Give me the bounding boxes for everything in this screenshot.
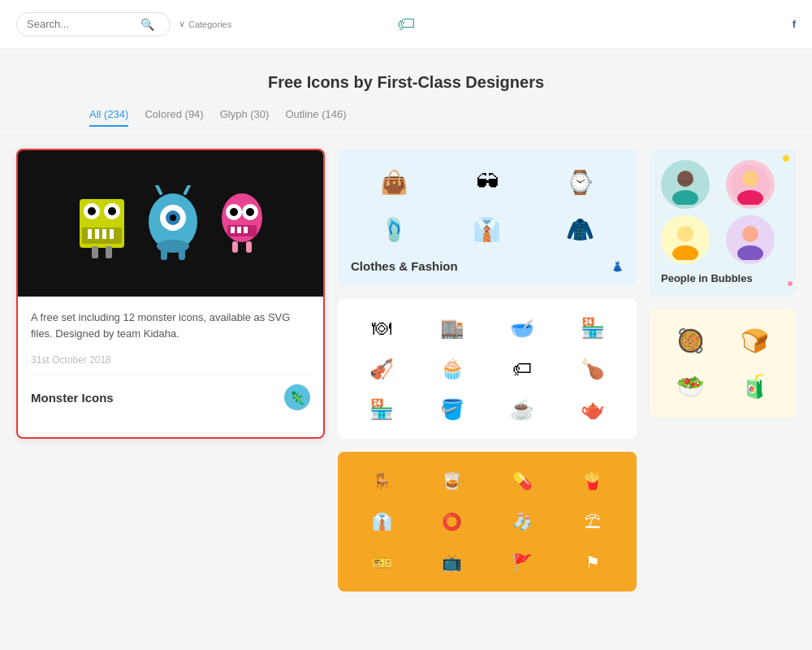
orange-item-11: ⚑ bbox=[560, 544, 626, 580]
monster-image-area bbox=[18, 150, 323, 297]
orange-item-6: 🧦 bbox=[490, 504, 555, 540]
main-grid: A free set including 12 monster icons, a… bbox=[0, 136, 812, 452]
svg-rect-11 bbox=[106, 246, 112, 258]
clothes-fashion-card[interactable]: 👜 🕶 ⌚ 🩴 👔 🧥 Clothes & Fashion 👗 bbox=[338, 149, 637, 286]
orange-item-4: 👔 bbox=[349, 504, 415, 540]
svg-point-39 bbox=[677, 226, 693, 242]
people-in-bubbles-card[interactable]: People in Bubbles bbox=[650, 149, 796, 296]
food-item-8: 🏪 bbox=[349, 392, 415, 427]
categories-button[interactable]: ∨ Categories bbox=[179, 19, 235, 29]
clothes-item-3: 🩴 bbox=[351, 209, 438, 249]
tab-outline[interactable]: Outline (146) bbox=[285, 108, 346, 127]
header-center-icon: 🏷 bbox=[397, 14, 415, 35]
people-in-bubbles-title: People in Bubbles bbox=[661, 272, 784, 284]
food-icons-card[interactable]: 🍽 🏬 🥣 🏪 🎻 🧁 🏷 🍗 🏪 🪣 ☕ 🫖 bbox=[338, 299, 637, 439]
orange-item-2: 💊 bbox=[490, 463, 555, 499]
svg-rect-10 bbox=[92, 246, 98, 258]
orange-item-7: ⛱ bbox=[560, 504, 626, 540]
header: 🔍 ∨ Categories 🏷 f bbox=[0, 0, 812, 49]
clothes-card-title: Clothes & Fashion bbox=[351, 259, 458, 273]
search-bar[interactable]: 🔍 bbox=[16, 12, 171, 37]
food-item-9: 🪣 bbox=[420, 392, 486, 427]
clothes-badge-icon: 👗 bbox=[611, 261, 624, 272]
svg-point-25 bbox=[246, 208, 254, 216]
clothes-item-2: ⌚ bbox=[537, 162, 624, 202]
svg-point-33 bbox=[677, 171, 693, 187]
food-item-0: 🍽 bbox=[349, 310, 415, 346]
monster1-icon bbox=[76, 187, 128, 260]
food-item-11: 🫖 bbox=[560, 392, 626, 427]
svg-rect-30 bbox=[232, 241, 238, 253]
svg-rect-19 bbox=[161, 249, 167, 260]
categories-label: Categories bbox=[188, 20, 231, 29]
orange-item-3: 🍟 bbox=[560, 463, 626, 499]
orange-icons-card[interactable]: 🪑 🥃 💊 🍟 👔 ⭕ 🧦 ⛱ 🎫 📺 🚩 ⚑ bbox=[338, 452, 637, 592]
food-item-3: 🏪 bbox=[560, 310, 626, 346]
search-icon: 🔍 bbox=[140, 18, 154, 31]
orange-item-9: 📺 bbox=[420, 544, 486, 580]
yellow-item-1: 🍞 bbox=[725, 320, 784, 361]
clothes-card-footer: Clothes & Fashion 👗 bbox=[351, 259, 624, 273]
clothes-icon-grid: 👜 🕶 ⌚ 🩴 👔 🧥 bbox=[351, 162, 624, 249]
right-column: People in Bubbles 🥘 🍞 🥗 🧃 bbox=[650, 149, 796, 439]
svg-point-4 bbox=[108, 207, 116, 215]
svg-line-16 bbox=[157, 185, 161, 193]
search-input[interactable] bbox=[27, 18, 140, 30]
orange-item-5: ⭕ bbox=[420, 504, 486, 540]
tab-colored[interactable]: Colored (94) bbox=[145, 108, 203, 127]
filter-tabs: All (234) Colored (94) Glyph (30) Outlin… bbox=[0, 100, 812, 136]
svg-line-17 bbox=[185, 185, 189, 193]
hero-title: Free Icons by First-Class Designers bbox=[0, 49, 812, 100]
bottom-left-spacer bbox=[16, 452, 325, 592]
svg-rect-6 bbox=[88, 229, 92, 239]
monster-card-date: 31st October 2018 bbox=[31, 354, 310, 366]
tab-glyph[interactable]: Glyph (30) bbox=[220, 108, 270, 127]
food-item-2: 🥣 bbox=[490, 310, 555, 346]
person-bubble-2-icon bbox=[665, 219, 706, 260]
food-item-1: 🏬 bbox=[420, 310, 486, 346]
svg-rect-27 bbox=[231, 227, 235, 233]
person-bubble-3-icon bbox=[730, 219, 771, 260]
svg-rect-8 bbox=[102, 229, 106, 239]
clothes-item-4: 👔 bbox=[444, 209, 531, 249]
svg-point-15 bbox=[170, 214, 176, 221]
svg-point-42 bbox=[742, 226, 758, 242]
orange-item-8: 🎫 bbox=[349, 544, 415, 580]
bubbles-avatar-grid bbox=[661, 160, 784, 264]
monster-card-body: A free set including 12 monster icons, a… bbox=[18, 297, 323, 423]
food-item-7: 🍗 bbox=[560, 351, 626, 387]
bubble-avatar-2 bbox=[661, 215, 710, 264]
tag-icon: 🏷 bbox=[397, 14, 415, 34]
yellow-item-2: 🥗 bbox=[661, 366, 720, 406]
monster3-icon bbox=[218, 189, 266, 258]
bubble-avatar-1 bbox=[726, 160, 775, 209]
monster-card-description: A free set including 12 monster icons, a… bbox=[31, 310, 310, 341]
svg-rect-31 bbox=[246, 241, 252, 253]
bubble-avatar-0 bbox=[661, 160, 710, 209]
yellow-item-3: 🧃 bbox=[725, 366, 784, 406]
orange-item-1: 🥃 bbox=[420, 463, 486, 499]
clothes-item-0: 👜 bbox=[351, 162, 438, 202]
food-item-10: ☕ bbox=[490, 392, 555, 427]
food-item-4: 🎻 bbox=[349, 351, 415, 387]
clothes-item-1: 🕶 bbox=[444, 162, 531, 202]
food-item-6: 🏷 bbox=[490, 351, 555, 387]
tab-all[interactable]: All (234) bbox=[89, 108, 128, 127]
monster-card-footer: Monster Icons 🦎 bbox=[31, 374, 310, 410]
bottom-grid: 🪑 🥃 💊 🍟 👔 ⭕ 🧦 ⛱ 🎫 📺 🚩 ⚑ bbox=[0, 452, 812, 604]
monster2-icon bbox=[145, 185, 201, 262]
categories-chevron: ∨ bbox=[179, 19, 185, 29]
bottom-right-spacer bbox=[650, 452, 796, 592]
yellow-food-card[interactable]: 🥘 🍞 🥗 🧃 bbox=[650, 309, 796, 418]
food-icon-grid: 🍽 🏬 🥣 🏪 🎻 🧁 🏷 🍗 🏪 🪣 ☕ 🫖 bbox=[349, 310, 625, 427]
yellow-icon-grid: 🥘 🍞 🥗 🧃 bbox=[661, 320, 784, 406]
food-item-5: 🧁 bbox=[420, 351, 486, 387]
svg-point-3 bbox=[88, 207, 96, 215]
facebook-link[interactable]: f bbox=[793, 18, 796, 30]
monster-icons-card[interactable]: A free set including 12 monster icons, a… bbox=[16, 149, 325, 439]
orange-icon-grid: 🪑 🥃 💊 🍟 👔 ⭕ 🧦 ⛱ 🎫 📺 🚩 ⚑ bbox=[349, 463, 625, 580]
orange-item-0: 🪑 bbox=[349, 463, 415, 499]
orange-item-10: 🚩 bbox=[490, 544, 555, 580]
yellow-item-0: 🥘 bbox=[661, 320, 720, 361]
monster-card-title: Monster Icons bbox=[31, 391, 114, 405]
